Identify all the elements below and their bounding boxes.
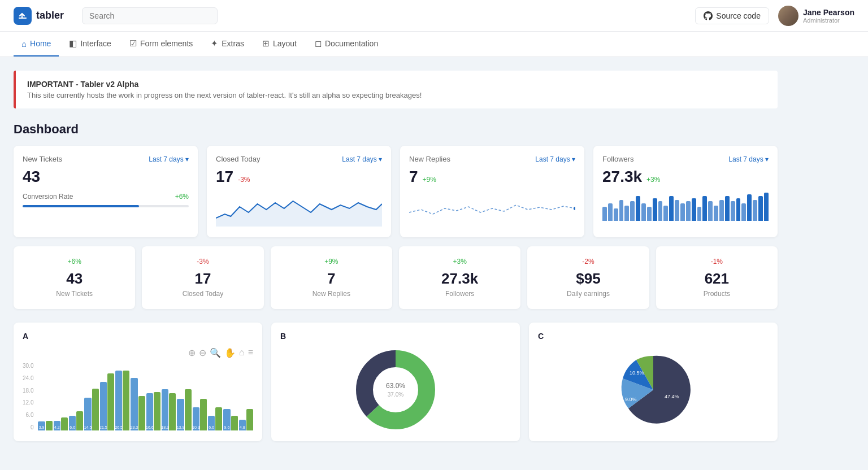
bar [764, 193, 769, 221]
small-card-badge: -3% [151, 258, 254, 266]
bar-green [123, 371, 129, 430]
bar [624, 206, 629, 221]
stat-label: Closed Today [216, 155, 261, 163]
stat-value: 27.3k [602, 168, 642, 186]
stat-badge: -3% [238, 176, 250, 184]
nav-item-layout[interactable]: ⊞ Layout [254, 32, 305, 56]
nav-item-extras[interactable]: ✦ Extras [203, 32, 252, 56]
source-code-label: Source code [716, 11, 761, 20]
small-card-new-replies: +9% 7 New Replies [271, 246, 392, 309]
nav-label-extras: Extras [222, 39, 244, 48]
dashboard-title: Dashboard [14, 122, 778, 137]
small-card-label: Closed Today [151, 290, 254, 298]
pie-chart: 47.4% 9.0% 10.5% [538, 347, 769, 432]
period-selector[interactable]: Last 7 days ▾ [728, 155, 769, 163]
donut-label1: 63.0% [386, 382, 405, 390]
small-card-value: 7 [280, 270, 383, 288]
stat-value-row: 43 [23, 168, 189, 186]
user-name: Jane Pearson [803, 8, 854, 17]
zoom-in-icon[interactable]: ⊕ [188, 347, 196, 358]
stat-label: New Tickets [23, 155, 62, 163]
stat-card-header: New Replies Last 7 days ▾ [409, 155, 575, 163]
logo-icon [14, 7, 32, 25]
nav-item-form-elements[interactable]: ☑ Form elements [121, 32, 201, 56]
chart-a-body: 30.0 24.0 18.0 12.0 6.0 0 3.94.26.614.52… [23, 363, 253, 430]
bar [758, 196, 763, 221]
period-selector[interactable]: Last 7 days ▾ [342, 155, 382, 163]
bar-blue: 16.6 [146, 393, 153, 430]
bar-blue: 13.9 [177, 399, 184, 430]
bar-group: 14.5 [84, 389, 98, 430]
stat-card-closed-today: Closed Today Last 7 days ▾ 17 -3% [207, 146, 391, 237]
bar [608, 203, 613, 221]
github-icon [704, 11, 713, 20]
donut-label2: 37.0% [388, 391, 403, 398]
bar-group: 9.6 [223, 409, 237, 430]
home-reset-icon[interactable]: ⌂ [239, 347, 245, 358]
small-card-badge: +9% [280, 258, 383, 266]
bar-green [246, 409, 253, 430]
bar-group: 18.3 [162, 389, 176, 430]
source-code-button[interactable]: Source code [695, 7, 769, 24]
small-card-label: New Tickets [23, 290, 126, 298]
period-selector[interactable]: Last 7 days ▾ [149, 155, 189, 163]
bar [680, 203, 685, 221]
form-icon: ☑ [129, 38, 137, 49]
svg-point-1 [574, 207, 575, 210]
bar-blue: 6.6 [69, 416, 76, 430]
bar-group: 16.6 [146, 392, 160, 430]
bar-blue: 23.3 [131, 378, 137, 430]
stat-card-new-replies: New Replies Last 7 days ▾ 7 +9% [400, 146, 584, 237]
small-card-label: Followers [408, 290, 511, 298]
small-card-badge: +3% [408, 258, 511, 266]
logo[interactable]: tabler [14, 7, 64, 25]
search-bar[interactable] [82, 7, 218, 24]
small-card-label: Daily earnings [536, 290, 640, 298]
bar-group: 4.2 [54, 417, 68, 430]
stat-card-followers: Followers Last 7 days ▾ 27.3k +3% [593, 146, 778, 237]
nav-item-documentation[interactable]: ◻ Documentation [307, 32, 386, 56]
pan-icon[interactable]: ✋ [224, 347, 236, 358]
chart-title-b: B [280, 332, 511, 341]
small-cards: +6% 43 New Tickets -3% 17 Closed Today +… [14, 246, 778, 309]
pie-label-3: 10.5% [630, 370, 644, 376]
bar-blue: 4.2 [54, 421, 60, 430]
bar-green [215, 407, 222, 430]
header-right: Source code Jane Pearson Administrator [695, 6, 854, 26]
search-icon[interactable]: 🔍 [210, 347, 221, 358]
user-avatar[interactable]: Jane Pearson Administrator [778, 6, 854, 26]
chart-panel-c: C 47.4% 9.0% 10.5% [529, 323, 778, 441]
pie-label-2: 9.0% [625, 397, 637, 402]
search-input[interactable] [82, 7, 218, 24]
bar-green [154, 392, 160, 430]
extras-icon: ✦ [211, 38, 218, 49]
bar-blue: 10.3 [193, 407, 199, 430]
chart-title-a: A [23, 332, 253, 341]
bar-blue: 21.5 [100, 382, 107, 430]
top-stat-cards: New Tickets Last 7 days ▾ 43 Conversion … [14, 146, 778, 237]
bar [697, 207, 702, 221]
footer-badge: +6% [175, 193, 189, 201]
user-role: Administrator [803, 17, 854, 24]
stat-card-new-tickets: New Tickets Last 7 days ▾ 43 Conversion … [14, 146, 198, 237]
small-card-badge: +6% [23, 258, 126, 266]
stat-label: Followers [602, 155, 634, 163]
bar [714, 206, 718, 221]
nav-item-interface[interactable]: ◧ Interface [61, 32, 119, 56]
bar [741, 203, 746, 221]
small-card-badge: -2% [536, 258, 640, 266]
interface-icon: ◧ [69, 38, 77, 49]
menu-icon[interactable]: ≡ [248, 347, 253, 358]
mini-line-chart-dashed [409, 193, 575, 227]
zoom-out-icon[interactable]: ⊖ [199, 347, 206, 358]
period-selector[interactable]: Last 7 days ▾ [535, 155, 575, 163]
bar-group: 10.3 [193, 399, 207, 430]
progress-bar [23, 205, 189, 207]
bar [647, 207, 652, 221]
nav-item-home[interactable]: ⌂ Home [14, 32, 59, 56]
main-content: IMPORTANT - Tabler v2 Alpha This site cu… [0, 57, 791, 455]
bar-group: 21.5 [100, 373, 114, 430]
main-nav: ⌂ Home ◧ Interface ☑ Form elements ✦ Ext… [0, 32, 868, 57]
bar [702, 196, 707, 221]
bar-blue: 4.8 [239, 420, 246, 430]
